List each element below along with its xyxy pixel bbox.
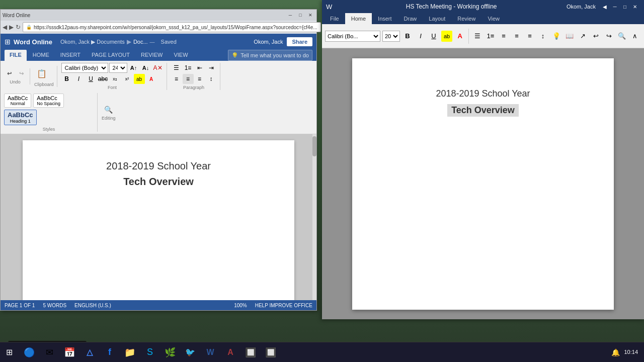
desktop-italic-button[interactable]: I [415,31,426,42]
app-grid-icon[interactable]: ⊞ [5,38,11,46]
desktop-tab-home[interactable]: Home [345,13,372,24]
start-button[interactable]: ⊞ [0,343,18,361]
desktop-align-right-button[interactable]: ≡ [524,31,535,42]
back-icon[interactable]: ◀ [600,2,610,12]
numbering-button[interactable]: 1≡ [183,63,194,73]
desktop-numbering-button[interactable]: 1≡ [485,31,496,42]
bullets-button[interactable]: ☰ [171,63,182,73]
forward-button[interactable]: ▶ [9,22,14,32]
desktop-bold-button[interactable]: B [402,31,413,42]
desktop-read-mode-button[interactable]: 📖 [564,31,576,42]
increase-indent-button[interactable]: ⇥ [206,63,217,73]
desktop-undo-button[interactable]: ↩ [590,31,602,42]
doc-scrollbar-thumb[interactable] [312,136,316,156]
desktop-close-button[interactable]: ✕ [630,2,640,12]
status-help[interactable]: HELP IMPROVE OFFICE [255,303,312,308]
font-color-button[interactable]: A [146,74,157,84]
underline-button[interactable]: U [86,74,97,84]
desktop-line-spacing-button[interactable]: ↕ [537,31,548,42]
taskbar-files-icon[interactable]: 📁 [121,343,139,361]
desktop-redo-button[interactable]: ↪ [603,31,615,42]
desktop-tab-view[interactable]: View [481,13,506,24]
font-decrease-button[interactable]: A↓ [140,63,151,73]
address-bar[interactable]: 🔒 https://sssdk12paus-my.sharepoint.com/… [23,22,321,32]
superscript-button[interactable]: x² [122,74,133,84]
desktop-share-button[interactable]: ↗ [577,31,589,42]
tab-review[interactable]: REVIEW [136,50,168,61]
desktop-bullets-button[interactable]: ☰ [472,31,483,42]
taskbar-unknown-icon[interactable]: 🔲 [242,343,260,361]
tell-me-box[interactable]: 💡 Tell me what you want to do [228,50,312,61]
decrease-indent-button[interactable]: ⇤ [194,63,205,73]
taskbar-twitter-icon[interactable]: 🐦 [181,343,199,361]
doc-path-breadcrumb[interactable]: Okom, Jack ▶ Documents [60,39,125,45]
ribbon-tabs: FILE HOME INSERT PAGE LAYOUT REVIEW VIEW… [1,50,316,61]
subscript-button[interactable]: x₂ [110,74,121,84]
desktop-tab-insert[interactable]: Insert [372,13,398,24]
taskbar-gmail-icon[interactable]: ✉ [40,343,58,361]
desktop-minimize-button[interactable]: ─ [610,2,620,12]
font-name-select[interactable]: Calibri (Body) [61,63,108,73]
close-button[interactable]: ✕ [306,12,314,19]
share-button[interactable]: Share [287,37,312,46]
search-icon[interactable]: 🔍 [103,105,114,115]
tab-file[interactable]: FILE [5,50,27,61]
doc-scrollbar[interactable] [312,134,316,300]
strikethrough-button[interactable]: abc [98,74,109,84]
desktop-doc-page[interactable]: 2018-2019 School Year Tech Overview [352,58,614,310]
tab-insert[interactable]: INSERT [55,50,86,61]
taskbar-word-icon[interactable]: W [201,343,219,361]
desktop-underline-button[interactable]: U [428,31,439,42]
font-group-label: Font [108,85,117,90]
taskbar-chrome-icon[interactable]: 🔵 [20,343,38,361]
clear-format-button[interactable]: A✕ [152,63,164,73]
taskbar-drive-icon[interactable]: △ [80,343,99,361]
bold-button[interactable]: B [61,74,72,84]
back-button[interactable]: ◀ [3,22,7,32]
taskbar-app-icon[interactable]: 🌿 [161,343,179,361]
align-right-button[interactable]: ≡ [194,74,205,84]
desktop-lamp-icon[interactable]: 💡 [550,31,562,42]
desktop-tab-review[interactable]: Review [451,13,481,24]
desktop-search-button[interactable]: 🔍 [616,31,628,42]
align-center-button[interactable]: ≡ [183,74,194,84]
undo-button[interactable]: ↩ [4,68,15,78]
align-left-button[interactable]: ≡ [171,74,182,84]
browser-title: Word Online [3,13,30,18]
taskbar-facebook-icon[interactable]: f [101,343,119,361]
style-normal-chip[interactable]: AaBbCcNormal [4,94,31,108]
taskbar-notification-icon[interactable]: 🔔 [611,348,620,356]
taskbar-access-icon[interactable]: A [221,343,239,361]
desktop-font-size-select[interactable]: 20 [382,31,400,42]
tab-page-layout[interactable]: PAGE LAYOUT [87,50,135,61]
desktop-tab-layout[interactable]: Layout [423,13,451,24]
status-page: PAGE 1 OF 1 [5,303,35,308]
taskbar-skype-icon[interactable]: S [141,343,159,361]
highlight-button[interactable]: ab [134,74,145,84]
desktop-tab-draw[interactable]: Draw [398,13,423,24]
maximize-button[interactable]: □ [296,12,304,19]
desktop-font-select[interactable]: Calibri (Bo... [325,31,380,42]
doc-page-1[interactable]: 2018-2019 School Year Tech Overview [23,140,294,300]
redo-button[interactable]: ↪ [16,68,27,78]
refresh-button[interactable]: ↻ [16,22,21,32]
minimize-button[interactable]: ─ [286,12,294,19]
desktop-highlight-button[interactable]: ab [441,31,452,42]
desktop-align-center-button[interactable]: ≡ [511,31,522,42]
font-size-select[interactable]: 24 [109,63,127,73]
desktop-font-color-button[interactable]: A [454,31,465,42]
desktop-collapse-ribbon-button[interactable]: ∧ [629,31,641,42]
desktop-align-left-button[interactable]: ≡ [498,31,509,42]
line-spacing-button[interactable]: ↕ [206,74,217,84]
paste-button[interactable]: 📋 [34,66,49,81]
style-nospacing-chip[interactable]: AaBbCcNo Spacing [33,94,64,108]
tab-view[interactable]: VIEW [169,50,193,61]
desktop-tab-file[interactable]: File [324,13,345,24]
taskbar-unknown2-icon[interactable]: 🔲 [262,343,280,361]
font-increase-button[interactable]: A↑ [128,63,139,73]
tab-home[interactable]: HOME [28,50,54,61]
italic-button[interactable]: I [73,74,85,84]
desktop-maximize-button[interactable]: □ [620,2,630,12]
taskbar-calendar-icon[interactable]: 📅 [60,343,78,361]
style-heading1-chip[interactable]: AaBbCcHeading 1 [4,110,37,125]
